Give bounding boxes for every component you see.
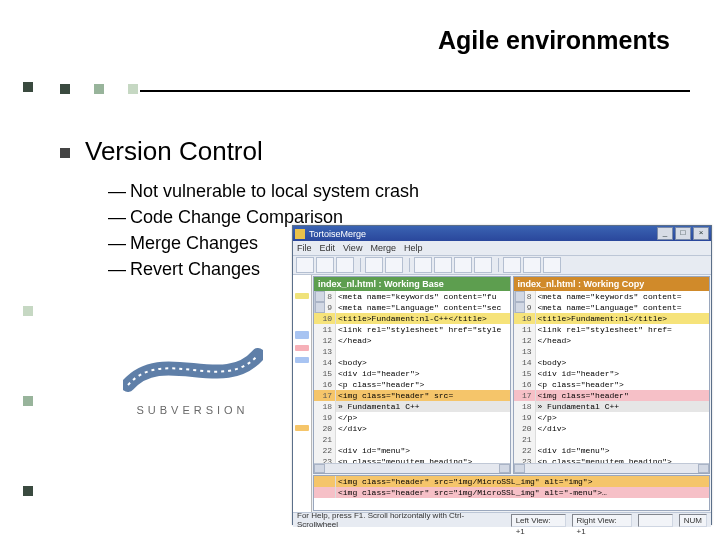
code-line[interactable]: 18 » Fundamental C++ [314,401,510,412]
close-button[interactable]: × [693,227,709,240]
list-item-label: Revert Changes [130,259,260,279]
menu-merge[interactable]: Merge [370,243,396,253]
toolbar-button[interactable] [414,257,432,273]
accent-square [23,82,33,92]
scrollbar-vertical[interactable] [314,291,325,313]
overview-gutter[interactable] [293,275,312,512]
scrollbar-vertical[interactable] [514,291,525,313]
code-line[interactable]: 12</head> [514,335,710,346]
accent-square [23,396,33,406]
code-line[interactable]: 14<body> [314,357,510,368]
maximize-button[interactable]: □ [675,227,691,240]
toolbar-button[interactable] [543,257,561,273]
code-line[interactable]: 17 <img class="header" [514,390,710,401]
titlebar[interactable]: TortoiseMerge _ □ × [293,226,711,241]
code-line[interactable]: 9<meta name="Language" content="sec [314,302,510,313]
scroll-down-icon[interactable] [515,302,525,313]
gutter-marker[interactable] [295,331,309,339]
code-line[interactable]: 8<meta name="keywords" content= [514,291,710,302]
code-line[interactable]: 16 <p class="header"> [314,379,510,390]
section-bullet-icon [60,148,70,158]
toolbar-button[interactable] [385,257,403,273]
accent-square [94,84,104,94]
code-line[interactable]: 17 <img class="header" src= [314,390,510,401]
scroll-up-icon[interactable] [515,291,525,302]
toolbar-button[interactable] [365,257,383,273]
diff-pane-left: index_nl.html : Working Base 8<meta name… [313,276,511,474]
toolbar-separator [360,258,361,272]
accent-square [128,84,138,94]
code-line[interactable]: 9<meta name="Language" content= [514,302,710,313]
pane-right-title: index_nl.html : Working Copy [514,277,710,291]
section-heading: Version Control [85,136,263,167]
menu-file[interactable]: File [297,243,312,253]
scroll-right-icon[interactable] [499,464,510,473]
subversion-logo-caption: SUBVERSION [120,404,265,416]
code-line[interactable]: 22<div id="menu"> [514,445,710,456]
accent-square [23,486,33,496]
slide-title: Agile environments [438,26,670,55]
diff-body: index_nl.html : Working Base 8<meta name… [293,275,711,512]
code-line[interactable]: 19 </p> [314,412,510,423]
code-line[interactable]: 14<body> [514,357,710,368]
subversion-logo: SUBVERSION [120,340,265,416]
toolbar-button[interactable] [523,257,541,273]
code-line[interactable]: 20</div> [314,423,510,434]
scroll-right-icon[interactable] [698,464,709,473]
minimize-button[interactable]: _ [657,227,673,240]
merge-result-pane[interactable]: <img class="header" src="img/MicroSSL_im… [313,475,710,511]
gutter-marker[interactable] [295,425,309,431]
code-line[interactable]: 23 <p class="menuitem heading"> [514,456,710,463]
menu-help[interactable]: Help [404,243,423,253]
list-item-label: Not vulnerable to local system crash [130,181,419,201]
code-line[interactable]: 8<meta name="keywords" content="fu [314,291,510,302]
status-num: NUM [679,514,707,527]
code-line[interactable]: 13 [514,346,710,357]
toolbar-button[interactable] [336,257,354,273]
code-line[interactable]: 10<title>Fundament:nl-C++</title> [314,313,510,324]
code-line[interactable]: 15<div id="header"> [314,368,510,379]
toolbar-button[interactable] [434,257,452,273]
app-icon [295,229,305,239]
scroll-down-icon[interactable] [315,302,325,313]
toolbar-button[interactable] [296,257,314,273]
code-line[interactable]: 11<link rel="stylesheet" href="style [314,324,510,335]
code-line[interactable]: 16 <p class="header"> [514,379,710,390]
scroll-left-icon[interactable] [514,464,525,473]
code-line[interactable]: <img class="header" src="img/MicroSSL_im… [314,476,709,487]
toolbar-button[interactable] [316,257,334,273]
gutter-marker[interactable] [295,345,309,351]
code-line[interactable]: 10<title>Fundament:nl</title> [514,313,710,324]
subversion-swoosh-icon [123,340,263,400]
code-line[interactable]: 19 </p> [514,412,710,423]
code-line[interactable]: 23 <p class="menuitem heading"> [314,456,510,463]
toolbar-button[interactable] [474,257,492,273]
menu-edit[interactable]: Edit [320,243,336,253]
toolbar [293,256,711,275]
code-line[interactable]: 18 » Fundamental C++ [514,401,710,412]
code-line[interactable]: <img class="header" src="img/MicroSSL_im… [314,487,709,498]
gutter-marker[interactable] [295,357,309,363]
scrollbar-horizontal[interactable] [514,463,710,473]
status-help: For Help, press F1. Scroll horizontally … [297,511,499,529]
code-line[interactable]: 15<div id="header"> [514,368,710,379]
scroll-up-icon[interactable] [315,291,325,302]
code-view-left[interactable]: 8<meta name="keywords" content="fu9<meta… [314,291,510,463]
gutter-marker[interactable] [295,293,309,299]
code-line[interactable]: 11<link rel="stylesheet" href= [514,324,710,335]
code-line[interactable]: 21 [514,434,710,445]
menu-view[interactable]: View [343,243,362,253]
code-view-right[interactable]: 8<meta name="keywords" content=9<meta na… [514,291,710,463]
toolbar-button[interactable] [454,257,472,273]
code-line[interactable]: 22<div id="menu"> [314,445,510,456]
code-line[interactable]: 12</head> [314,335,510,346]
code-line[interactable]: 20</div> [514,423,710,434]
scrollbar-horizontal[interactable] [314,463,510,473]
code-line[interactable]: 13 [314,346,510,357]
diff-pane-right: index_nl.html : Working Copy 8<meta name… [513,276,711,474]
scroll-left-icon[interactable] [314,464,325,473]
status-caps [638,514,673,527]
toolbar-button[interactable] [503,257,521,273]
code-line[interactable]: 21 [314,434,510,445]
toolbar-separator [498,258,499,272]
